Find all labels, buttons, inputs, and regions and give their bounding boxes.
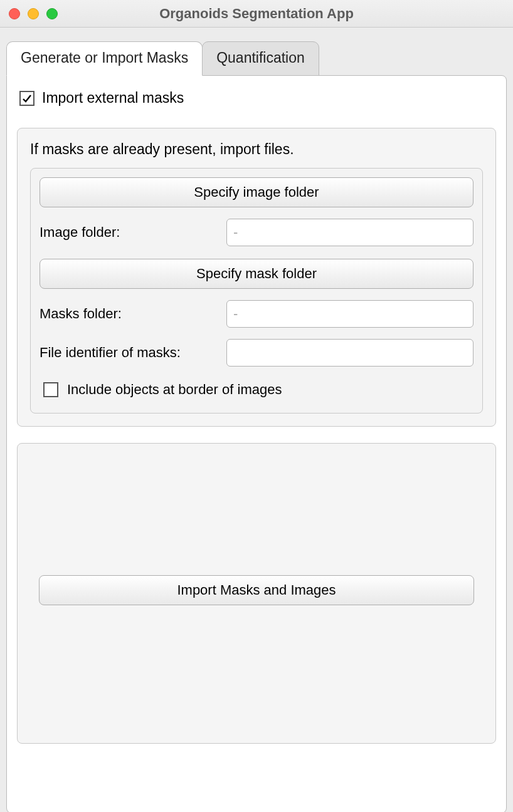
image-folder-label: Image folder: [40,224,226,241]
image-folder-row: Image folder: [40,219,473,246]
import-files-group: If masks are already present, import fil… [17,128,496,427]
minimize-icon[interactable] [28,8,39,19]
file-identifier-row: File identifier of masks: [40,339,473,367]
file-identifier-label: File identifier of masks: [40,345,226,361]
import-external-masks-row: Import external masks [19,90,494,107]
window-title: Organoids Segmentation App [0,6,513,22]
import-external-masks-checkbox[interactable] [19,91,34,106]
window-controls [9,8,58,19]
tabstrip: Generate or Import Masks Quantification [6,41,507,76]
include-border-label: Include objects at border of images [67,382,282,398]
close-icon[interactable] [9,8,20,19]
tab-generate-or-import-masks[interactable]: Generate or Import Masks [6,41,203,76]
include-border-row: Include objects at border of images [43,382,473,398]
import-files-heading: If masks are already present, import fil… [30,141,483,158]
tab-panel-generate: Import external masks If masks are alrea… [6,75,507,812]
tabs-container: Generate or Import Masks Quantification … [0,28,513,812]
zoom-icon[interactable] [46,8,58,19]
window-titlebar: Organoids Segmentation App [0,0,513,28]
file-identifier-input[interactable] [226,339,473,367]
tab-quantification[interactable]: Quantification [202,41,319,76]
include-border-checkbox[interactable] [43,382,58,397]
masks-folder-row: Masks folder: [40,300,473,328]
import-masks-and-images-button[interactable]: Import Masks and Images [39,575,473,605]
specify-mask-folder-button[interactable]: Specify mask folder [40,259,473,289]
import-action-group: Import Masks and Images [17,443,496,744]
image-folder-input[interactable] [226,219,473,246]
import-files-inner: Specify image folder Image folder: Speci… [30,168,483,414]
specify-image-folder-button[interactable]: Specify image folder [40,177,473,207]
masks-folder-label: Masks folder: [40,306,226,322]
import-external-masks-label: Import external masks [42,90,184,107]
masks-folder-input[interactable] [226,300,473,328]
